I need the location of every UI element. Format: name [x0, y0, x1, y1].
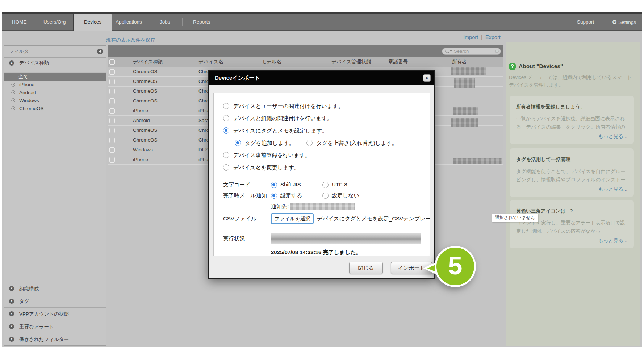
row-checkbox[interactable]	[109, 118, 115, 123]
nav-item-jobs[interactable]: Jobs	[160, 14, 170, 30]
radio-icon[interactable]	[223, 164, 229, 171]
column-header-phone[interactable]: 電話番号	[388, 57, 408, 67]
radio-icon[interactable]	[223, 152, 229, 158]
chevron-down-icon: ▼	[9, 286, 14, 291]
redacted-owner	[451, 67, 486, 75]
row-checkbox[interactable]	[109, 157, 115, 163]
chevron-down-icon: ▼	[9, 337, 14, 342]
accordion-label: タグ	[19, 299, 29, 304]
radio-icon[interactable]	[223, 103, 229, 109]
radio-option-preregister[interactable]: デバイス事前登録を行います。	[223, 151, 421, 159]
sidebar-item-android[interactable]: Android	[4, 89, 106, 97]
modal-title: Deviceインポート	[215, 75, 260, 81]
step-annotation-badge: 5	[420, 246, 478, 293]
close-button[interactable]: 閉じる	[349, 262, 383, 274]
search-input[interactable]: Search ✕	[442, 48, 501, 55]
row-checkbox[interactable]	[109, 108, 115, 114]
nav-item-users-org[interactable]: Users/Org	[43, 14, 66, 30]
card-body: 一覧からデバイスを選択後、詳細画面に表示される「デバイスの編集」をクリック。所有…	[516, 114, 627, 131]
filter-title: フィルター	[9, 49, 33, 54]
row-checkbox[interactable]	[109, 147, 115, 153]
row-checkbox[interactable]	[109, 98, 115, 104]
radio-label: デバイス名を変更します。	[233, 164, 300, 171]
exec-status-message: 2025/07/08 14:32:16 完了しました。	[271, 249, 421, 256]
collapse-sidebar-icon[interactable]	[97, 49, 103, 54]
column-header-model-name[interactable]: モデル名	[262, 57, 281, 67]
sidebar-item-label: ChromeOS	[19, 106, 44, 111]
export-link[interactable]: Export	[485, 34, 501, 40]
row-checkbox[interactable]	[109, 69, 115, 75]
select-all-checkbox[interactable]	[109, 59, 115, 65]
clear-search-icon[interactable]: ✕	[495, 50, 499, 53]
radio-icon[interactable]	[322, 182, 329, 188]
cell-device-type: iPhone	[133, 155, 148, 164]
radio-icon-selected[interactable]	[235, 140, 241, 146]
radio-option-overwrite-tags[interactable]: タグを上書き(入れ替え)します。	[306, 139, 401, 147]
nav-item-reports[interactable]: Reports	[193, 14, 210, 30]
column-header-owner[interactable]: 所有者	[452, 57, 467, 67]
notify-destination-label: 通知先:	[271, 203, 289, 210]
radio-option-set-tags-memo[interactable]: デバイスにタグとメモを設定します。	[223, 127, 421, 135]
cell-device-type: Android	[133, 116, 150, 125]
nav-tab-devices-active[interactable]: Devices	[73, 13, 112, 31]
sidebar-accordion-saved-filters[interactable]: ▼ 保存されたフィルター	[4, 333, 106, 345]
sidebar-accordion-tags[interactable]: ▼ タグ	[4, 295, 106, 307]
section-device-type-label: デバイス種類	[19, 60, 49, 66]
radio-icon-selected[interactable]	[223, 127, 229, 134]
charset-label: 文字コード	[223, 181, 271, 188]
radio-option-utf8[interactable]: UTF-8	[322, 181, 347, 189]
column-header-device-type[interactable]: デバイス種類	[133, 57, 163, 67]
save-view-link[interactable]: 現在の表示条件を保存	[106, 37, 155, 43]
cell-device-type: Windows	[133, 145, 153, 155]
settings-group[interactable]: ⚙ Settings	[612, 14, 636, 30]
row-checkbox[interactable]	[109, 138, 115, 143]
radio-option-link-user[interactable]: デバイスとユーザーの関連付けを行います。	[223, 102, 421, 110]
radio-label: タグを追加します。	[245, 140, 294, 146]
radio-option-rename[interactable]: デバイス名を変更します。	[223, 164, 421, 172]
more-link[interactable]: もっと見る...	[516, 237, 627, 244]
more-link[interactable]: もっと見る...	[516, 133, 627, 140]
radio-option-link-org[interactable]: デバイスと組織の関連付けを行います。	[223, 114, 421, 122]
search-scope-caret-icon[interactable]	[450, 50, 452, 52]
more-link[interactable]: もっと見る...	[516, 186, 627, 193]
column-header-device-name[interactable]: デバイス名	[198, 57, 223, 67]
sidebar-item-all-selected[interactable]: 全て	[4, 73, 106, 81]
sidebar-accordion-alerts[interactable]: ▼ 重要なアラート	[4, 320, 106, 333]
sidebar-item-chromeos[interactable]: ChromeOS	[4, 105, 106, 113]
sidebar-accordion-org[interactable]: ▼ 組織構成	[4, 282, 106, 295]
radio-option-add-tags[interactable]: タグを追加します。	[235, 139, 298, 147]
row-checkbox[interactable]	[109, 128, 115, 133]
radio-icon-selected[interactable]	[271, 182, 277, 188]
cell-device-type: ChromeOS	[133, 96, 158, 106]
close-icon[interactable]: ✕	[423, 74, 431, 82]
sidebar-item-iphone[interactable]: iPhone	[4, 81, 106, 89]
radio-icon[interactable]	[322, 193, 329, 199]
charset-row: 文字コード Shift-JIS UTF-8	[223, 179, 421, 190]
nav-item-home[interactable]: HOME	[12, 14, 27, 30]
nav-separator	[604, 18, 604, 26]
import-link[interactable]: Import	[463, 34, 478, 40]
nav-item-applications[interactable]: Applications	[116, 14, 142, 30]
notify-label: 完了時メール通知	[223, 192, 271, 199]
cell-device-type: ChromeOS	[133, 77, 158, 86]
row-checkbox[interactable]	[109, 89, 115, 94]
radio-icon[interactable]	[223, 115, 229, 121]
choose-file-button[interactable]: ファイルを選択	[271, 213, 314, 224]
nav-separator	[182, 18, 183, 26]
radio-option-notify-on[interactable]: 設定する	[271, 191, 322, 199]
nav-item-support[interactable]: Support	[577, 14, 594, 30]
column-header-mgmt-status[interactable]: デバイス管理状態	[331, 57, 371, 67]
redacted-owner	[451, 118, 478, 127]
row-checkbox[interactable]	[109, 79, 115, 84]
radio-option-notify-off[interactable]: 設定しない	[322, 191, 359, 199]
sidebar-accordion-vpp[interactable]: ▼ VPPアカウントの状態	[4, 307, 106, 320]
help-panel-title: About "Devices"	[519, 63, 563, 70]
csv-template-filename: デバイスにタグとメモを設定_CSVテンプレート	[317, 215, 430, 222]
radio-option-shift-jis[interactable]: Shift-JIS	[271, 181, 322, 189]
radio-icon[interactable]	[306, 140, 313, 146]
section-device-type[interactable]: ▲ デバイス種類	[4, 58, 106, 68]
radio-icon-selected[interactable]	[271, 193, 277, 199]
help-card-yellow-triangle: 黄色い三角アイコンは...? コマンドを実行し、重要なアラート表示項目で設定した…	[510, 200, 634, 248]
sidebar-item-windows[interactable]: Windows	[4, 97, 106, 105]
modal-content: デバイスとユーザーの関連付けを行います。 デバイスと組織の関連付けを行います。 …	[213, 93, 430, 256]
